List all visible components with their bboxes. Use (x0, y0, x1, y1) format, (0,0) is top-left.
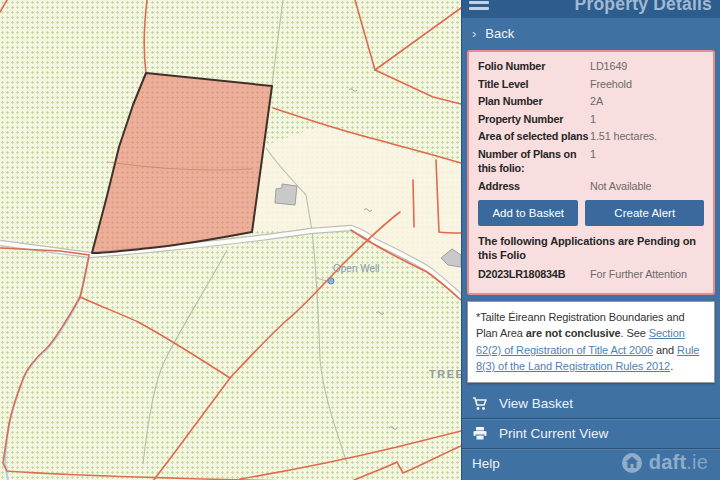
detail-label: Address (478, 179, 590, 194)
boundaries-disclaimer: *Tailte Éireann Registration Boundaries … (467, 301, 715, 383)
property-details-panel: Property Details ›Back Folio Number LD16… (461, 0, 720, 480)
detail-label: Area of selected plans (478, 129, 590, 144)
detail-label: Property Number (478, 112, 590, 127)
pending-application-ref: D2023LR180834B (478, 267, 590, 282)
folio-details-box: Folio Number LD1649 Title Level Freehold… (467, 50, 715, 295)
watermark-ie: .ie (686, 451, 708, 473)
disclaimer-text: and (653, 344, 677, 356)
print-current-view-button[interactable]: Print Current View (462, 419, 720, 449)
view-basket-button[interactable]: View Basket (462, 389, 720, 419)
detail-value: LD1649 (590, 59, 627, 74)
detail-label: Folio Number (478, 59, 590, 74)
pending-application-status: For Further Attention (590, 267, 687, 282)
disclaimer-text: . (670, 360, 673, 372)
map-canvas: Open Well TREE (0, 0, 461, 480)
help-label: Help (472, 456, 500, 471)
detail-label: Title Level (478, 77, 590, 92)
detail-label: Number of Plans on this folio: (478, 147, 590, 176)
back-label: Back (485, 26, 514, 41)
panel-header: Property Details (462, 0, 720, 18)
pending-application-row: D2023LR180834B For Further Attention (478, 267, 704, 282)
detail-row-plan-count: Number of Plans on this folio: 1 (478, 147, 704, 176)
townland-label: TREE (429, 368, 461, 380)
detail-value: Not Available (590, 179, 652, 194)
detail-row-plan-number: Plan Number 2A (478, 94, 704, 109)
daft-watermark: daft.ie (621, 451, 708, 474)
detail-value: 1 (590, 112, 596, 127)
printer-icon (472, 426, 489, 441)
disclaimer-bold-text: are not conclusive (526, 327, 621, 339)
print-current-view-label: Print Current View (499, 426, 608, 441)
well-marker-icon (328, 278, 334, 284)
open-well-label: Open Well (333, 263, 380, 274)
daft-house-logo-icon (621, 452, 643, 474)
back-button[interactable]: ›Back (462, 18, 720, 48)
basket-icon (472, 396, 489, 411)
detail-row-address: Address Not Available (478, 179, 704, 194)
watermark-daft: daft (649, 451, 686, 473)
stream (5, 257, 89, 480)
detail-row-property-number: Property Number 1 (478, 112, 704, 127)
panel-title: Property Details (575, 0, 712, 15)
land-registry-map[interactable]: Open Well TREE (0, 0, 461, 480)
detail-label: Plan Number (478, 94, 590, 109)
menu-icon[interactable] (469, 0, 489, 13)
create-alert-button[interactable]: Create Alert (585, 200, 704, 226)
disclaimer-text: . See (621, 327, 649, 339)
chevron-right-icon: › (472, 26, 476, 41)
pending-applications-heading: The following Applications are Pending o… (478, 234, 704, 263)
detail-value: 1.51 hectares. (590, 129, 657, 144)
add-to-basket-button[interactable]: Add to Basket (478, 200, 578, 226)
detail-value: 2A (590, 94, 603, 109)
detail-row-folio-number: Folio Number LD1649 (478, 59, 704, 74)
detail-row-area: Area of selected plans 1.51 hectares. (478, 129, 704, 144)
detail-row-title-level: Title Level Freehold (478, 77, 704, 92)
detail-value: Freehold (590, 77, 632, 92)
view-basket-label: View Basket (499, 396, 573, 411)
detail-value: 1 (590, 147, 596, 176)
selected-folio-parcel[interactable] (92, 73, 272, 253)
